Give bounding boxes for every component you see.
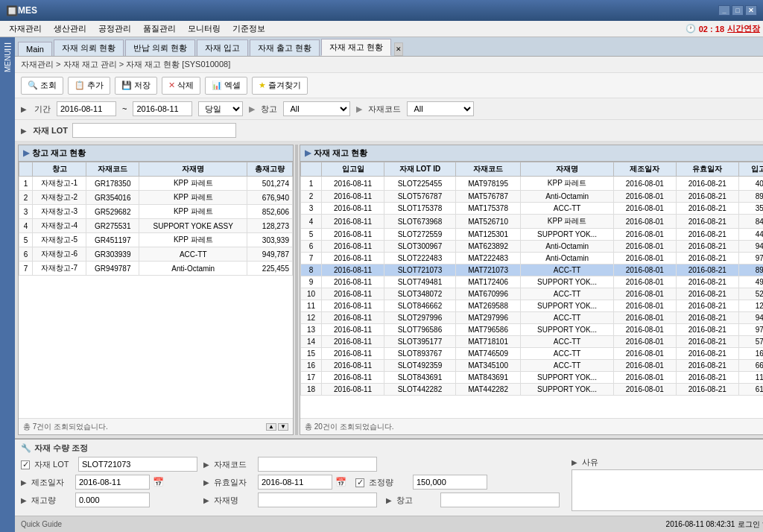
left-col-code[interactable]: 자재코드 xyxy=(86,162,139,177)
mfg-expand[interactable]: ▶ xyxy=(21,478,27,487)
right-col-inqty[interactable]: 입고량 xyxy=(738,162,763,177)
right-row-exp: 2016-08-21 xyxy=(676,336,738,348)
menu-item-production[interactable]: 생산관리 xyxy=(48,22,92,36)
right-row-lot: SLOT175378 xyxy=(384,203,456,215)
right-col-date[interactable]: 입고일 xyxy=(322,162,384,177)
tab-material-in[interactable]: 자재 입고 xyxy=(197,39,248,56)
code-expand[interactable]: ▶ xyxy=(203,460,209,469)
left-col-qty[interactable]: 총재고량 xyxy=(247,162,293,177)
right-table-scroll[interactable]: 입고일 자재 LOT ID 자재코드 자재명 제조일자 유효일자 입고량 재고량 xyxy=(300,162,763,418)
warehouse-expand[interactable]: ▶ xyxy=(386,496,392,504)
right-table-row[interactable]: 1 2016-08-11 SLOT225455 MAT978195 KPP 파레… xyxy=(301,177,764,191)
menu-item-process[interactable]: 공정관리 xyxy=(92,22,137,36)
warehouse-value-input[interactable] xyxy=(440,493,560,507)
right-table-row[interactable]: 12 2016-08-11 SLOT297996 MAT297996 ACC-T… xyxy=(301,312,764,324)
save-toolbar-button[interactable]: 💾 저장 xyxy=(115,77,157,95)
adj-value-input[interactable] xyxy=(413,475,487,490)
minimize-button[interactable]: _ xyxy=(718,5,730,16)
name-expand[interactable]: ▶ xyxy=(203,496,209,504)
left-col-name[interactable]: 자재명 xyxy=(139,162,247,177)
left-sort-down[interactable]: ▼ xyxy=(278,423,288,431)
lot-checkbox[interactable] xyxy=(21,459,31,469)
left-sort-up[interactable]: ▲ xyxy=(266,423,276,431)
tab-material-out[interactable]: 자재 출고 현황 xyxy=(250,39,320,56)
right-row-code: MAT222483 xyxy=(455,253,521,265)
tab-main[interactable]: Main xyxy=(18,42,52,56)
tab-return-request[interactable]: 반납 의뢰 현황 xyxy=(125,39,195,56)
stock-value-input[interactable] xyxy=(75,493,150,507)
delete-button[interactable]: ✕ 삭제 xyxy=(162,77,200,95)
right-table-row[interactable]: 8 2016-08-11 SLOT721073 MAT721073 ACC-TT… xyxy=(301,265,764,276)
left-table-scroll[interactable]: 창고 자재코드 자재명 총재고량 1 자재창고-1 GR178350 KPP 파… xyxy=(19,162,293,418)
right-col-exp[interactable]: 유효일자 xyxy=(676,162,738,177)
right-table-row[interactable]: 9 2016-08-11 SLOT749481 MAT172406 SUPPOR… xyxy=(301,276,764,288)
mfg-cal-icon[interactable]: 📅 xyxy=(153,477,164,487)
left-table-row[interactable]: 1 자재창고-1 GR178350 KPP 파레트 501,274 xyxy=(19,177,293,191)
right-row-exp: 2016-08-21 xyxy=(676,372,738,384)
warehouse-select[interactable]: All xyxy=(283,101,350,116)
right-row-name: ACC-TT xyxy=(521,265,613,276)
right-table-row[interactable]: 2 2016-08-11 SLOT576787 MAT576787 Anti-O… xyxy=(301,191,764,203)
date-from-input[interactable] xyxy=(57,101,116,116)
left-row-num: 7 xyxy=(19,262,33,276)
left-col-warehouse[interactable]: 창고 xyxy=(33,162,86,177)
expand-icon[interactable]: ▶ xyxy=(21,105,27,113)
right-table-row[interactable]: 17 2016-08-11 SLOT843691 MAT843691 SUPPO… xyxy=(301,372,764,384)
right-col-name[interactable]: 자재명 xyxy=(521,162,613,177)
tab-close-btn[interactable]: ✕ xyxy=(394,42,403,56)
left-table-row[interactable]: 3 자재창고-3 GR529682 KPP 파레트 852,606 xyxy=(19,205,293,219)
menu-item-monitoring[interactable]: 모니터링 xyxy=(182,22,227,36)
lot-value-input[interactable] xyxy=(78,457,197,472)
favorite-button[interactable]: ★ 즐겨찾기 xyxy=(252,77,308,95)
left-table-row[interactable]: 7 자재창고-7 GR949787 Anti-Octamin 225,455 xyxy=(19,262,293,276)
right-table-row[interactable]: 15 2016-08-11 SLOT893767 MAT746509 ACC-T… xyxy=(301,348,764,360)
right-table-row[interactable]: 11 2016-08-11 SLOT846662 MAT269588 SUPPO… xyxy=(301,300,764,312)
lot-filter-label: 자재 LOT xyxy=(33,125,68,136)
tab-material-request[interactable]: 자재 의뢰 현황 xyxy=(54,39,124,56)
reason-expand[interactable]: ▶ xyxy=(572,458,577,466)
menu-item-material[interactable]: 자재관리 xyxy=(3,22,48,36)
reason-textarea[interactable] xyxy=(572,469,763,511)
code-value-input[interactable] xyxy=(258,457,377,472)
right-table-row[interactable]: 16 2016-08-11 SLOT492359 MAT345100 ACC-T… xyxy=(301,360,764,372)
add-button[interactable]: 📋 추가 xyxy=(68,77,110,95)
lot-expand-icon[interactable]: ▶ xyxy=(21,127,27,135)
mfg-date-input[interactable] xyxy=(75,475,150,490)
right-table-row[interactable]: 7 2016-08-11 SLOT222483 MAT222483 Anti-O… xyxy=(301,253,764,265)
lot-filter-input[interactable] xyxy=(72,123,236,138)
stock-expand[interactable]: ▶ xyxy=(21,496,27,504)
right-row-exp: 2016-08-21 xyxy=(676,253,738,265)
adj-checkbox[interactable] xyxy=(355,477,366,487)
menu-item-quality[interactable]: 품질관리 xyxy=(137,22,182,36)
left-table-row[interactable]: 4 자재창고-4 GR275531 SUPPORT YOKE ASSY 128,… xyxy=(19,219,293,233)
date-to-input[interactable] xyxy=(133,101,192,116)
left-table-row[interactable]: 6 자재창고-6 GR303939 ACC-TT 949,787 xyxy=(19,247,293,262)
right-col-lot[interactable]: 자재 LOT ID xyxy=(384,162,456,177)
material-code-select[interactable]: All xyxy=(407,101,474,116)
right-table-row[interactable]: 6 2016-08-11 SLOT300967 MAT623892 Anti-O… xyxy=(301,241,764,253)
right-table-row[interactable]: 18 2016-08-11 SLOT442282 MAT442282 SUPPO… xyxy=(301,384,764,396)
exp-cal-icon[interactable]: 📅 xyxy=(335,477,346,487)
right-table-row[interactable]: 13 2016-08-11 SLOT796586 MAT796586 SUPPO… xyxy=(301,324,764,336)
right-col-code[interactable]: 자재코드 xyxy=(455,162,521,177)
right-table-row[interactable]: 3 2016-08-11 SLOT175378 MAT175378 ACC-TT… xyxy=(301,203,764,215)
left-table-row[interactable]: 2 자재창고-2 GR354016 KPP 파레트 676,940 xyxy=(19,191,293,205)
left-table-row[interactable]: 5 자재창고-5 GR451197 KPP 파레트 303,939 xyxy=(19,233,293,247)
search-button[interactable]: 🔍 조회 xyxy=(21,77,63,95)
right-table-row[interactable]: 5 2016-08-11 SLOT272559 MAT125301 SUPPOR… xyxy=(301,229,764,241)
right-col-mfg[interactable]: 제조일자 xyxy=(613,162,676,177)
close-button[interactable]: ✕ xyxy=(745,5,757,16)
tab-material-stock[interactable]: 자재 재고 현황 xyxy=(321,39,391,56)
right-table-row[interactable]: 14 2016-08-11 SLOT395177 MAT718101 ACC-T… xyxy=(301,336,764,348)
maximize-button[interactable]: □ xyxy=(732,5,744,16)
exp-expand[interactable]: ▶ xyxy=(203,478,209,487)
exp-date-input[interactable] xyxy=(258,475,332,490)
right-table-row[interactable]: 4 2016-08-11 SLOT673968 MAT526710 KPP 파레… xyxy=(301,215,764,229)
name-value-input[interactable] xyxy=(258,493,377,507)
right-table-row[interactable]: 10 2016-08-11 SLOT348072 MAT670996 ACC-T… xyxy=(301,288,764,300)
nav-item-1[interactable]: MENU xyxy=(0,54,15,68)
time-label[interactable]: 시간연장 xyxy=(727,23,760,34)
menu-item-standard[interactable]: 기준정보 xyxy=(227,22,271,36)
period-type-select[interactable]: 당일 xyxy=(198,101,243,116)
excel-button[interactable]: 📊 엑셀 xyxy=(205,77,247,95)
